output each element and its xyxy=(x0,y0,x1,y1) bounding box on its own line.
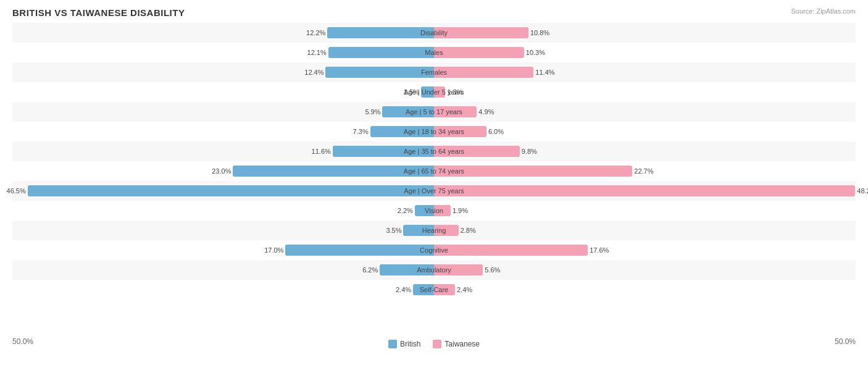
table-row: 12.1%Males10.3% xyxy=(12,43,856,62)
table-row: 11.6%Age | 35 to 64 years9.8% xyxy=(12,141,856,161)
chart-container: BRITISH VS TAIWANESE DISABILITY Source: … xyxy=(0,0,868,378)
row-label: Males xyxy=(425,49,443,56)
value-left: 23.0% xyxy=(212,167,231,175)
value-left: 46.5% xyxy=(7,187,26,195)
axis-right: 50.0% xyxy=(835,337,856,348)
table-row: 2.2%Vision1.9% xyxy=(12,201,856,220)
value-right: 9.8% xyxy=(522,148,537,155)
table-row: 12.2%Disability10.8% xyxy=(12,23,856,43)
legend-taiwanese-label: Taiwanese xyxy=(444,340,480,348)
row-label: Self-Care xyxy=(420,286,448,293)
value-left: 2.2% xyxy=(398,207,413,214)
row-label: Vision xyxy=(425,207,443,214)
row-label: Ambulatory xyxy=(417,266,451,274)
value-right: 17.6% xyxy=(590,246,609,254)
axis-row: 50.0% British Taiwanese 50.0% xyxy=(12,337,856,348)
table-row: 2.4%Self-Care2.4% xyxy=(12,280,856,300)
legend-british-box xyxy=(388,340,397,348)
row-label: Age | Under 5 years xyxy=(404,88,464,96)
value-left: 11.6% xyxy=(312,148,331,155)
row-label: Hearing xyxy=(422,227,446,234)
value-right: 48.2% xyxy=(857,187,868,195)
value-left: 12.4% xyxy=(304,69,323,76)
axis-left: 50.0% xyxy=(12,337,33,348)
value-right: 5.6% xyxy=(485,266,500,274)
value-right: 6.0% xyxy=(488,128,504,135)
table-row: 3.5%Hearing2.8% xyxy=(12,220,856,240)
table-row: 7.3%Age | 18 to 34 years6.0% xyxy=(12,122,856,141)
value-right: 10.8% xyxy=(530,29,549,36)
table-row: 6.2%Ambulatory5.6% xyxy=(12,260,856,280)
row-label: Age | 5 to 17 years xyxy=(406,108,462,116)
value-right: 10.3% xyxy=(526,49,545,56)
row-label: Age | 35 to 64 years xyxy=(404,148,464,155)
table-row: 23.0%Age | 65 to 74 years22.7% xyxy=(12,161,856,181)
value-right: 11.4% xyxy=(535,69,554,76)
table-row: 5.9%Age | 5 to 17 years4.9% xyxy=(12,102,856,122)
row-label: Age | Over 75 years xyxy=(404,187,464,195)
row-label: Cognitive xyxy=(420,246,448,254)
row-label: Disability xyxy=(420,29,448,36)
source-label: Source: ZipAtlas.com xyxy=(791,7,856,15)
value-right: 22.7% xyxy=(634,167,653,175)
row-label: Age | 65 to 74 years xyxy=(404,167,464,175)
value-right: 4.9% xyxy=(478,108,494,116)
table-row: 46.5%Age | Over 75 years48.2% xyxy=(12,181,856,201)
chart-area: 12.2%Disability10.8%12.1%Males10.3%12.4%… xyxy=(12,23,856,335)
value-right: 2.4% xyxy=(457,286,472,293)
legend: British Taiwanese xyxy=(388,340,480,348)
legend-taiwanese-box xyxy=(433,340,441,348)
row-label: Age | 18 to 34 years xyxy=(404,128,464,135)
legend-british: British xyxy=(388,340,420,348)
legend-british-label: British xyxy=(400,340,420,348)
value-left: 3.5% xyxy=(386,227,401,234)
value-left: 5.9% xyxy=(365,108,380,116)
chart-title: BRITISH VS TAIWANESE DISABILITY xyxy=(12,7,856,18)
value-right: 1.9% xyxy=(453,207,468,214)
value-left: 2.4% xyxy=(396,286,411,293)
table-row: 17.0%Cognitive17.6% xyxy=(12,240,856,260)
row-label: Females xyxy=(421,69,447,76)
value-right: 2.8% xyxy=(461,227,476,234)
table-row: 1.5%Age | Under 5 years1.3% xyxy=(12,82,856,102)
value-left: 7.3% xyxy=(353,128,369,135)
value-left: 12.2% xyxy=(306,29,325,36)
value-left: 17.0% xyxy=(264,246,283,254)
legend-taiwanese: Taiwanese xyxy=(433,340,480,348)
value-left: 6.2% xyxy=(362,266,378,274)
value-left: 12.1% xyxy=(307,49,327,56)
table-row: 12.4%Females11.4% xyxy=(12,62,856,82)
